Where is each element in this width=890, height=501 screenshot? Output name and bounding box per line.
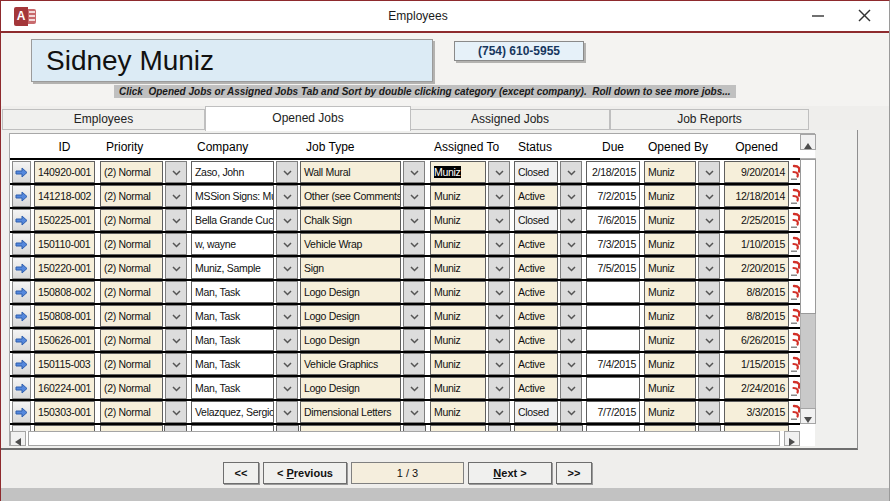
priority-field[interactable]: (2) Normal [100, 185, 163, 207]
assigned-to-dropdown[interactable] [488, 209, 510, 231]
tab-opened-jobs[interactable]: Opened Jobs [205, 106, 411, 131]
record-selector-arrow-icon[interactable] [12, 353, 31, 375]
opened-field[interactable]: 2/20/2015 [724, 257, 789, 279]
assigned-to-dropdown[interactable] [488, 305, 510, 327]
company-field[interactable]: Muniz, Sample [191, 257, 274, 279]
job-type-dropdown[interactable] [403, 401, 425, 423]
id-field[interactable]: 160224-001 [34, 377, 95, 399]
assigned-to-field[interactable]: Muniz [430, 329, 486, 351]
job-type-field[interactable]: Logo Design [300, 377, 401, 399]
column-header-assigned-to[interactable]: Assigned To [434, 140, 499, 156]
company-dropdown[interactable] [276, 281, 298, 303]
job-type-field[interactable]: Vehicle Graphics [300, 353, 401, 375]
job-type-dropdown[interactable] [403, 353, 425, 375]
opened-by-field[interactable]: Muniz [644, 233, 696, 255]
priority-dropdown[interactable] [165, 233, 187, 255]
id-field[interactable]: 150115-003 [34, 353, 95, 375]
company-field[interactable]: Man, Task [191, 353, 274, 375]
opened-by-field[interactable]: Muniz [644, 401, 696, 423]
column-header-id[interactable]: ID [34, 140, 95, 156]
priority-field[interactable]: (2) Normal [100, 353, 163, 375]
priority-dropdown[interactable] [165, 281, 187, 303]
due-field[interactable]: 2/18/2015 [586, 161, 640, 183]
assigned-to-dropdown[interactable] [488, 185, 510, 207]
opened-by-dropdown[interactable] [698, 185, 720, 207]
status-field[interactable]: Closed [514, 401, 558, 423]
record-selector-arrow-icon[interactable] [12, 185, 31, 207]
job-type-dropdown[interactable] [403, 305, 425, 327]
opened-field[interactable]: 8/8/2015 [724, 305, 789, 327]
job-type-dropdown[interactable] [403, 209, 425, 231]
opened-by-field[interactable]: Muniz [644, 281, 696, 303]
status-field[interactable]: Active [514, 305, 558, 327]
assigned-to-dropdown[interactable] [488, 401, 510, 423]
status-dropdown[interactable] [560, 377, 582, 399]
status-dropdown[interactable] [560, 185, 582, 207]
status-dropdown[interactable] [560, 353, 582, 375]
priority-dropdown[interactable] [165, 185, 187, 207]
job-type-dropdown[interactable] [403, 329, 425, 351]
assigned-to-field[interactable]: Muniz [430, 401, 486, 423]
record-selector-arrow-icon[interactable] [12, 161, 31, 183]
priority-field[interactable]: (2) Normal [100, 257, 163, 279]
due-field[interactable]: 7/3/2015 [586, 233, 640, 255]
opened-by-dropdown[interactable] [698, 353, 720, 375]
company-field[interactable]: w, wayne [191, 233, 274, 255]
previous-page-button[interactable]: < Previous [263, 462, 347, 484]
status-dropdown[interactable] [560, 233, 582, 255]
due-field[interactable] [586, 329, 640, 351]
assigned-to-field[interactable]: Muniz [430, 161, 486, 183]
priority-dropdown[interactable] [165, 353, 187, 375]
assigned-to-field[interactable]: Muniz [430, 353, 486, 375]
opened-field[interactable]: 1/15/2015 [724, 353, 789, 375]
priority-dropdown[interactable] [165, 305, 187, 327]
opened-by-dropdown[interactable] [698, 401, 720, 423]
tab-assigned-jobs[interactable]: Assigned Jobs [410, 109, 610, 130]
column-header-opened-by[interactable]: Opened By [648, 140, 708, 156]
assigned-to-dropdown[interactable] [488, 377, 510, 399]
column-header-opened[interactable]: Opened [724, 140, 789, 156]
due-field[interactable]: 7/7/2015 [586, 401, 640, 423]
company-dropdown[interactable] [276, 329, 298, 351]
first-page-button[interactable]: << [223, 462, 259, 484]
assigned-to-field[interactable]: Muniz [430, 257, 486, 279]
opened-field[interactable]: 9/20/2014 [724, 161, 789, 183]
status-field[interactable]: Active [514, 377, 558, 399]
minimize-icon[interactable] [801, 1, 835, 31]
column-header-due[interactable]: Due [586, 140, 640, 156]
opened-by-field[interactable]: Muniz [644, 161, 696, 183]
assigned-to-field[interactable]: Muniz [430, 281, 486, 303]
hscrollbar-thumb[interactable] [28, 431, 780, 446]
horizontal-scrollbar[interactable] [10, 431, 800, 447]
id-field[interactable]: 140920-001 [34, 161, 95, 183]
assigned-to-dropdown[interactable] [488, 233, 510, 255]
close-icon[interactable] [847, 1, 881, 31]
opened-by-dropdown[interactable] [698, 233, 720, 255]
priority-dropdown[interactable] [165, 161, 187, 183]
company-field[interactable]: Zaso, John [191, 161, 274, 183]
last-page-button[interactable]: >> [556, 462, 592, 484]
id-field[interactable]: 150808-001 [34, 305, 95, 327]
due-field[interactable] [586, 281, 640, 303]
company-dropdown[interactable] [276, 305, 298, 327]
id-field[interactable]: 150110-001 [34, 233, 95, 255]
status-field[interactable]: Active [514, 353, 558, 375]
priority-dropdown[interactable] [165, 377, 187, 399]
id-field[interactable]: 150225-001 [34, 209, 95, 231]
employee-name-field[interactable]: Sidney Muniz [31, 39, 433, 82]
scroll-down-icon[interactable] [800, 408, 816, 424]
company-dropdown[interactable] [276, 377, 298, 399]
due-field[interactable]: 7/2/2015 [586, 185, 640, 207]
job-type-field[interactable]: Logo Design [300, 329, 401, 351]
opened-by-field[interactable]: Muniz [644, 377, 696, 399]
job-type-dropdown[interactable] [403, 257, 425, 279]
job-type-field[interactable]: Logo Design [300, 281, 401, 303]
scroll-right-icon[interactable] [784, 431, 800, 446]
opened-field[interactable]: 12/18/2014 [724, 185, 789, 207]
status-field[interactable]: Active [514, 281, 558, 303]
assigned-to-field[interactable]: Muniz [430, 305, 486, 327]
next-page-button[interactable]: Next > [468, 462, 552, 484]
assigned-to-dropdown[interactable] [488, 281, 510, 303]
status-field[interactable]: Active [514, 185, 558, 207]
company-dropdown[interactable] [276, 233, 298, 255]
